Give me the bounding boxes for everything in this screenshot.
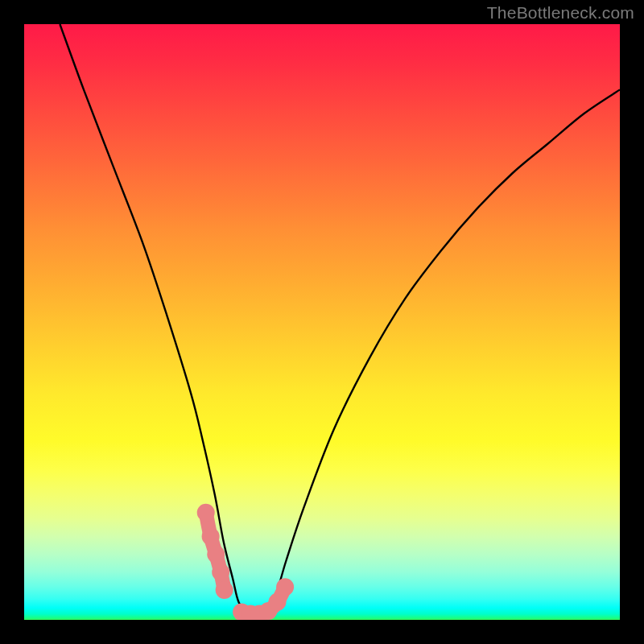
highlight-segment-1 bbox=[233, 578, 294, 620]
highlight-bead bbox=[207, 546, 225, 564]
watermark-text: TheBottleneck.com bbox=[487, 3, 634, 23]
highlight-bead bbox=[216, 581, 233, 599]
highlight-bead bbox=[202, 527, 220, 545]
highlight-bead bbox=[212, 564, 229, 581]
bottleneck-curve bbox=[60, 24, 620, 615]
highlight-bead bbox=[276, 578, 294, 596]
chart-frame: TheBottleneck.com bbox=[0, 0, 644, 644]
curve-layer bbox=[24, 24, 620, 620]
highlight-bead bbox=[197, 504, 215, 522]
plot-area bbox=[24, 24, 620, 620]
highlight-segment-0 bbox=[197, 504, 233, 599]
